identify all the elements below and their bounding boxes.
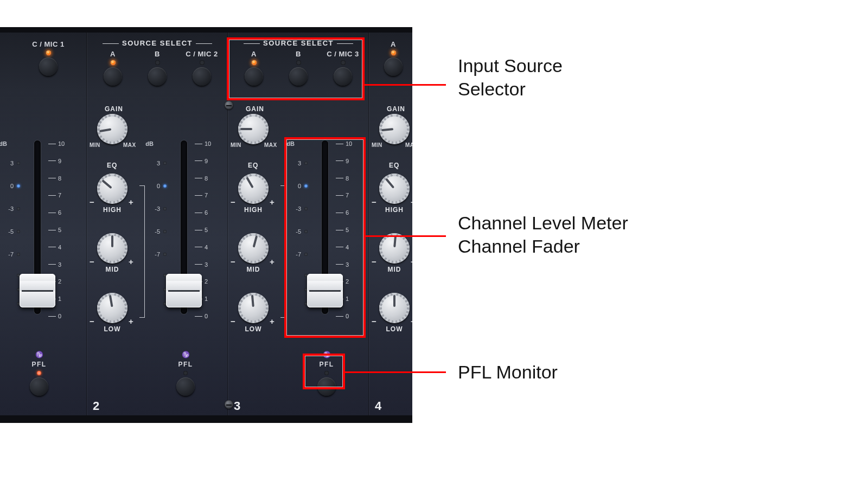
eq-mid-label: MID [106,266,119,273]
eq-high-knob[interactable]: − + HIGH [238,174,269,204]
headphone-icon: ♑ [15,351,63,358]
channel-strip-1: B C / MIC 1 GAIN MIN MAX EQ − + HIGH [0,33,87,415]
eq-high-minus: − [231,197,235,207]
source-button-c[interactable] [193,67,211,86]
source-option-b: B [141,50,174,86]
fader-cap[interactable] [20,274,55,307]
gain-max-label: MAX [123,142,136,148]
callout-text-fader: Channel Level Meter Channel Fader [458,211,628,258]
source-select-section: SOURCE SELECT A B C / MIC 2 [87,38,227,103]
eq-mid-plus: + [270,257,275,266]
eq-high-plus: + [270,197,275,207]
gain-knob[interactable]: GAIN MIN MAX [379,114,410,144]
gain-knob[interactable]: GAIN MIN MAX [238,114,269,144]
pfl-section: ♑ PFL [15,351,63,396]
eq-low-label: LOW [245,325,262,333]
eq-mid-minus: − [231,257,235,266]
headphone-icon: ♑ [161,351,210,358]
gain-min-label: MIN [231,142,241,148]
eq-high-plus: + [129,197,133,207]
eq-mid-knob[interactable]: − + MID [97,233,127,264]
source-led-a [391,50,396,55]
gain-knob[interactable]: GAIN MIN MAX [97,114,127,144]
pfl-button[interactable] [176,377,195,396]
callout-line-pfl [345,371,446,373]
eq-mid-knob[interactable]: − + MID [238,233,269,264]
pfl-led [37,371,41,375]
pfl-led [183,371,188,375]
source-button-a[interactable] [104,67,122,86]
gain-min-label: MIN [90,142,100,148]
channel-number: 3 [234,399,240,413]
source-button-c[interactable] [39,57,58,76]
eq-high-label: HIGH [103,206,122,214]
eq-high-label: HIGH [385,206,404,214]
eq-low-minus: − [231,317,235,326]
eq-low-minus: − [372,317,376,326]
level-meter: dB 30-3-5-7 [145,144,167,312]
eq-title: EQ [107,162,117,169]
source-option-c: C / MIC 1 [32,40,65,76]
highlight-fader-meter [284,137,366,338]
db-label: dB [145,140,154,147]
gain-min-label: MIN [372,142,382,148]
eq-mid-minus: − [90,257,94,266]
eq-mid-label: MID [388,266,401,273]
callout-text-source: Input Source Selector [458,54,563,100]
eq-low-label: LOW [104,325,121,333]
callout-line-fader [366,235,446,237]
panel-screw [225,400,233,409]
pfl-button[interactable] [30,377,48,396]
pfl-section: ♑ PFL [161,351,210,396]
source-option-a: A [377,40,410,76]
source-label-c: C / MIC 2 [186,50,218,58]
source-label-b: B [141,50,174,58]
level-meter: dB 30-3-5-7 [0,144,20,312]
pfl-label: PFL [178,361,193,368]
callout-text-pfl: PFL Monitor [458,361,558,384]
eq-title: EQ [389,162,399,169]
eq-mid-plus: + [411,257,412,266]
eq-high-plus: + [411,197,412,207]
eq-title: EQ [248,162,258,169]
channel-number: 4 [375,399,381,413]
source-led-a [111,60,116,65]
fader-area: dB 30-3-5-7 109876543210 [0,138,74,339]
gain-label: GAIN [105,105,123,113]
source-select-section: B C / MIC 1 [0,38,86,103]
source-led-c [200,60,205,65]
eq-mid-knob[interactable]: − + MID [379,233,410,264]
source-select-section: A [369,38,412,103]
highlight-pfl [303,354,345,389]
eq-low-knob[interactable]: − + LOW [379,293,410,323]
source-button-a[interactable] [384,57,403,76]
source-label-c: C / MIC 1 [32,40,65,48]
gain-max-label: MAX [405,142,412,148]
source-led-b [155,60,160,65]
eq-low-knob[interactable]: − + LOW [97,293,127,323]
callout-line-source [365,84,446,86]
eq-high-label: HIGH [244,206,263,214]
panel-screw [225,101,233,110]
eq-high-knob[interactable]: − + HIGH [97,174,127,204]
eq-mid-minus: − [372,257,376,266]
channel-number: 2 [93,399,99,413]
fader-cap[interactable] [166,274,202,307]
source-led-c [46,50,51,55]
db-label: dB [0,140,7,147]
gain-label: GAIN [387,105,405,113]
eq-mid-plus: + [129,257,133,266]
source-label-a: A [97,50,129,58]
source-button-b[interactable] [148,67,167,86]
source-option-a: A [97,50,129,86]
source-option-c: C / MIC 2 [186,50,218,86]
eq-mid-label: MID [247,266,260,273]
eq-bracket [139,185,145,318]
highlight-source-select [227,37,365,100]
eq-low-plus: + [270,317,275,326]
eq-high-knob[interactable]: − + HIGH [379,174,410,204]
gain-label: GAIN [246,105,264,113]
pfl-label: PFL [31,361,46,368]
eq-low-plus: + [129,317,133,326]
eq-low-knob[interactable]: − + LOW [238,293,269,323]
